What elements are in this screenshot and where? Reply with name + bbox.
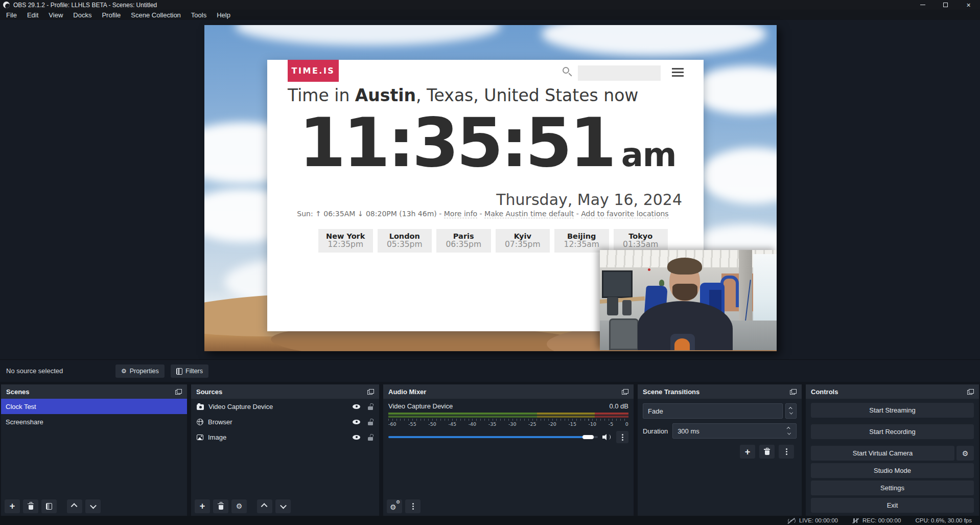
source-item-image[interactable]: Image	[191, 429, 379, 445]
city-card: New York12:35pm	[318, 229, 373, 253]
remove-scene-button[interactable]	[23, 499, 38, 513]
window-controls: ×	[911, 0, 980, 10]
mixer-menu-button[interactable]	[405, 499, 421, 513]
studio-mode-button[interactable]: Studio Mode	[811, 463, 974, 478]
menu-tools[interactable]: Tools	[186, 10, 212, 20]
cpu-fps-status: CPU: 0.6%, 30.00 fps	[915, 517, 972, 523]
add-scene-button[interactable]: +	[5, 499, 20, 513]
lock-icon[interactable]	[368, 418, 374, 425]
trash-icon	[218, 503, 224, 510]
scene-filters-button[interactable]	[41, 499, 57, 513]
menu-edit[interactable]: Edit	[22, 10, 43, 20]
popout-icon[interactable]	[367, 389, 374, 395]
lock-icon[interactable]	[368, 433, 374, 441]
remove-transition-button[interactable]	[759, 445, 775, 459]
duration-label: Duration	[643, 427, 668, 435]
speaker-icon[interactable]	[602, 434, 612, 440]
volume-slider[interactable]	[388, 436, 598, 438]
city-card: Paris06:35pm	[436, 229, 491, 253]
add-source-button[interactable]: +	[195, 499, 210, 513]
hamburger-menu-icon	[672, 68, 684, 79]
camera-icon	[197, 404, 204, 410]
transition-select[interactable]: Fade	[643, 403, 783, 419]
popout-icon[interactable]	[790, 389, 797, 395]
clock-display: 11:35:51 am	[299, 109, 676, 176]
popout-icon[interactable]	[967, 389, 974, 395]
sun-info-line: Sun: ↑ 06:35AM ↓ 08:20PM (13h 46m) - Mor…	[277, 210, 688, 218]
add-transition-button[interactable]: +	[740, 445, 755, 459]
selection-status-label: No source selected	[6, 367, 63, 375]
properties-button[interactable]: ⚙ Properties	[115, 364, 165, 378]
vertical-dots-icon	[786, 451, 787, 452]
title-bar: OBS 29.1.2 - Profile: LLHLS BETA - Scene…	[0, 0, 980, 10]
move-scene-up-button[interactable]	[67, 499, 82, 513]
menu-scene-collection[interactable]: Scene Collection	[126, 10, 186, 20]
transition-select-arrows[interactable]	[785, 403, 797, 419]
volume-slider-handle[interactable]	[582, 435, 594, 439]
scene-item-screenshare[interactable]: Screenshare	[1, 414, 187, 429]
menu-file[interactable]: File	[0, 10, 22, 20]
volume-meter-bottom	[388, 416, 628, 418]
virtual-camera-config-button[interactable]: ⚙	[956, 446, 974, 461]
city-card: Tokyo01:35am	[614, 229, 668, 253]
chevron-down-icon	[787, 431, 791, 435]
menu-view[interactable]: View	[43, 10, 68, 20]
mixer-level-db: 0.0 dB	[609, 402, 628, 410]
remove-source-button[interactable]	[213, 499, 228, 513]
program-preview-canvas[interactable]: TIME.IS Time in Austin, Texas, United St…	[204, 25, 777, 351]
visibility-eye-icon[interactable]	[353, 433, 360, 441]
scenes-list: Clock Test Screenshare	[1, 399, 187, 496]
controls-title: Controls	[811, 388, 838, 396]
heading-city: Austin	[355, 85, 416, 105]
mixer-channel-menu-button[interactable]	[616, 431, 628, 443]
lock-icon[interactable]	[368, 403, 374, 410]
sun-times: Sun: ↑ 06:35AM ↓ 08:20PM (13h 46m) -	[297, 210, 444, 218]
image-icon	[197, 435, 203, 440]
sources-header: Sources	[191, 384, 379, 399]
menu-help[interactable]: Help	[212, 10, 236, 20]
start-recording-button[interactable]: Start Recording	[811, 424, 974, 439]
source-properties-button[interactable]: ⚙	[231, 499, 247, 513]
transition-menu-button[interactable]	[779, 445, 794, 459]
start-virtual-camera-button[interactable]: Start Virtual Camera	[811, 446, 954, 461]
audio-mixer-header: Audio Mixer	[383, 384, 634, 399]
menu-profile[interactable]: Profile	[97, 10, 126, 20]
maximize-button[interactable]	[934, 0, 957, 10]
source-item-browser[interactable]: Browser	[191, 414, 379, 429]
advanced-audio-button[interactable]: ⚙⚙	[387, 499, 402, 513]
duration-spinbox[interactable]: 300 ms	[672, 423, 797, 439]
chevron-down-icon	[280, 502, 287, 509]
vertical-dots-icon	[412, 506, 414, 507]
exit-button[interactable]: Exit	[811, 498, 974, 513]
visibility-eye-icon[interactable]	[353, 403, 360, 410]
audio-mixer-body: Video Capture Device 0.0 dB -60-55-50-45…	[383, 399, 634, 496]
settings-button[interactable]: Settings	[811, 481, 974, 495]
audio-mixer-panel: Audio Mixer Video Capture Device 0.0 dB …	[383, 384, 634, 516]
trash-icon	[764, 448, 770, 455]
dock-panels: Scenes Clock Test Screenshare + Sources …	[0, 382, 980, 516]
source-item-video-capture[interactable]: Video Capture Device	[191, 399, 379, 414]
duration-spin-arrows[interactable]	[788, 427, 791, 435]
popout-icon[interactable]	[622, 389, 628, 395]
move-scene-down-button[interactable]	[85, 499, 101, 513]
timeis-search-box	[578, 65, 661, 81]
gear-icon: ⚙	[962, 450, 969, 457]
close-button[interactable]: ×	[957, 0, 980, 10]
audio-mixer-title: Audio Mixer	[388, 388, 426, 396]
minimize-button[interactable]	[911, 0, 934, 10]
more-info-link: More info	[444, 210, 477, 218]
menu-docks[interactable]: Docks	[68, 10, 97, 20]
move-source-down-button[interactable]	[275, 499, 291, 513]
cpu-fps-text: CPU: 0.6%, 30.00 fps	[915, 517, 972, 523]
visibility-eye-icon[interactable]	[353, 418, 360, 426]
filters-button[interactable]: Filters	[171, 364, 208, 378]
vertical-dots-icon	[622, 437, 623, 438]
popout-icon[interactable]	[175, 389, 182, 395]
maximize-icon	[943, 3, 948, 7]
scene-item-clock-test[interactable]: Clock Test	[1, 399, 187, 414]
start-streaming-button[interactable]: Start Streaming	[811, 403, 974, 418]
rec-status: REC: 00:00:00	[852, 517, 901, 524]
scene-transitions-title: Scene Transitions	[643, 388, 699, 396]
move-source-up-button[interactable]	[257, 499, 272, 513]
clock-meridiem: am	[621, 136, 676, 174]
